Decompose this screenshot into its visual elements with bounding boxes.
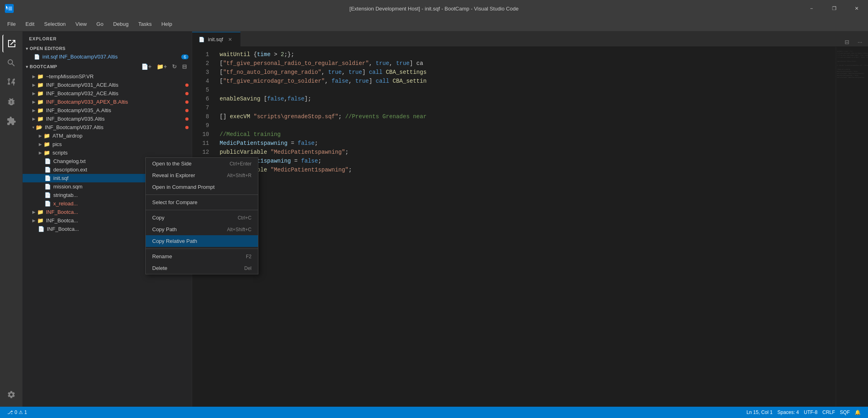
close-button[interactable]: ✕ bbox=[845, 0, 868, 17]
extensions-activity-icon[interactable] bbox=[2, 112, 20, 130]
tree-item-label: x_reload... bbox=[53, 201, 78, 207]
refresh-btn[interactable]: ↻ bbox=[170, 63, 179, 71]
folder-arrow: ▶ bbox=[32, 74, 36, 79]
tree-item-v033[interactable]: ▶ 📁 INF_BootcampV033_APEX_B.Altis bbox=[23, 98, 192, 106]
tree-item-label: INF_Bootca... bbox=[46, 209, 78, 215]
context-menu: Open to the Side Ctrl+Enter Reveal in Ex… bbox=[145, 157, 258, 274]
bootcamp-header[interactable]: ▾ BOOTCAMP 📄+ 📁+ ↻ ⊟ bbox=[23, 61, 192, 72]
tree-item-atm[interactable]: ▶ 📁 ATM_airdrop bbox=[23, 132, 192, 140]
status-spaces[interactable]: Spaces: 4 bbox=[775, 410, 801, 415]
tab-close-button[interactable]: ✕ bbox=[226, 36, 234, 43]
folder-icon: 📁 bbox=[37, 82, 44, 88]
modified-badge bbox=[185, 126, 189, 129]
settings-activity-icon[interactable] bbox=[2, 386, 20, 403]
ctx-label: Reveal in Explorer bbox=[152, 172, 195, 178]
file-icon: 📄 bbox=[44, 192, 51, 198]
ctx-separator-3 bbox=[146, 249, 258, 249]
status-language[interactable]: SQF bbox=[837, 410, 852, 415]
status-encoding[interactable]: UTF-8 bbox=[801, 410, 820, 415]
menu-selection[interactable]: Selection bbox=[40, 19, 69, 29]
ctx-separator-1 bbox=[146, 194, 258, 195]
folder-icon: 📁 bbox=[37, 107, 44, 113]
status-branch[interactable]: ⎇ 0 ⚠ 1 bbox=[5, 407, 29, 418]
open-editor-filename: init.sqf INF_BootcampV037.Altis bbox=[42, 54, 117, 60]
ctx-delete[interactable]: Delete Del bbox=[146, 262, 258, 274]
tree-item-label: Changelog.txt bbox=[53, 158, 86, 164]
split-editor-btn[interactable]: ⊟ bbox=[842, 38, 852, 46]
ctx-rename[interactable]: Rename F2 bbox=[146, 251, 258, 262]
file-icon: 📄 bbox=[44, 201, 51, 207]
new-file-btn[interactable]: 📄+ bbox=[140, 63, 153, 71]
file-icon: 📄 bbox=[44, 167, 51, 173]
menu-file[interactable]: File bbox=[3, 19, 20, 29]
tree-item-scripts[interactable]: ▶ 📁 scripts bbox=[23, 148, 192, 157]
tree-item-pics[interactable]: ▶ 📁 pics bbox=[23, 140, 192, 148]
minimap: waitUntil {time > 2;}; ["tf_give_persona… bbox=[836, 47, 868, 407]
file-icon: 📄 bbox=[38, 226, 44, 232]
ctx-reveal[interactable]: Reveal in Explorer Alt+Shift+R bbox=[146, 169, 258, 181]
tree-item-v035a[interactable]: ▶ 📁 INF_BootcampV035_A.Altis bbox=[23, 106, 192, 115]
tabs-bar: 📄 init.sqf ✕ ⊟ ··· bbox=[192, 31, 868, 47]
app-logo bbox=[5, 4, 14, 13]
more-actions-btn[interactable]: ··· bbox=[855, 38, 865, 46]
open-editors-header[interactable]: ▾ Open Editors bbox=[23, 44, 192, 52]
tab-init-sqf[interactable]: 📄 init.sqf ✕ bbox=[192, 32, 241, 46]
folder-arrow: ▶ bbox=[32, 100, 36, 104]
new-folder-btn[interactable]: 📁+ bbox=[155, 63, 169, 71]
modified-badge bbox=[185, 100, 189, 104]
status-eol[interactable]: CRLF bbox=[820, 410, 837, 415]
menu-tasks[interactable]: Tasks bbox=[134, 19, 155, 29]
tree-item-v037[interactable]: ▾ 📂 INF_BootcampV037.Altis bbox=[23, 123, 192, 132]
ctx-copy-path[interactable]: Copy Path Alt+Shift+C bbox=[146, 224, 258, 235]
ctx-shortcut: Alt+Shift+C bbox=[227, 227, 252, 232]
folder-icon: 📂 bbox=[36, 124, 42, 130]
tree-item-label: stringtab... bbox=[53, 192, 78, 198]
tree-item-label: INF_BootcampV035_A.Altis bbox=[46, 107, 111, 113]
bell-icon: 🔔 bbox=[855, 410, 861, 415]
folder-icon: 📁 bbox=[37, 73, 44, 79]
ctx-label: Copy bbox=[152, 215, 164, 221]
maximize-button[interactable]: ❐ bbox=[823, 0, 845, 17]
minimize-button[interactable]: − bbox=[800, 0, 823, 17]
status-cursor[interactable]: Ln 15, Col 1 bbox=[744, 410, 775, 415]
menu-debug[interactable]: Debug bbox=[109, 19, 132, 29]
status-notifications[interactable]: 🔔 bbox=[852, 410, 863, 415]
ctx-open-side[interactable]: Open to the Side Ctrl+Enter bbox=[146, 158, 258, 169]
open-editor-badge: 6 bbox=[181, 54, 189, 59]
search-activity-icon[interactable] bbox=[2, 54, 20, 72]
title-text: [Extension Development Host] - init.sqf … bbox=[350, 6, 519, 12]
status-errors: 0 ⚠ 1 bbox=[15, 410, 27, 415]
ctx-label: Open to the Side bbox=[152, 161, 192, 167]
tree-item-label: INF_BootcampV033_APEX_B.Altis bbox=[46, 99, 128, 105]
ctx-select-compare[interactable]: Select for Compare bbox=[146, 196, 258, 208]
source-control-activity-icon[interactable] bbox=[2, 73, 20, 91]
folder-icon: 📁 bbox=[44, 141, 50, 147]
ctx-open-cmd[interactable]: Open in Command Prompt bbox=[146, 181, 258, 193]
code-content[interactable]: waitUntil {time > 2;}; ["tf_give_persona… bbox=[213, 47, 836, 407]
ctx-copy-relative[interactable]: Copy Relative Path bbox=[146, 235, 258, 247]
collapse-btn[interactable]: ⊟ bbox=[180, 63, 189, 71]
tree-item-v032[interactable]: ▶ 📁 INF_BootcampV032_ACE.Altis bbox=[23, 89, 192, 98]
ctx-copy[interactable]: Copy Ctrl+C bbox=[146, 212, 258, 224]
menu-help[interactable]: Help bbox=[157, 19, 176, 29]
menu-edit[interactable]: Edit bbox=[21, 19, 38, 29]
explorer-activity-icon[interactable] bbox=[2, 35, 20, 52]
tree-item-v031[interactable]: ▶ 📁 INF_BootcampV031_ACE.Altis bbox=[23, 81, 192, 89]
menu-bar: File Edit Selection View Go Debug Tasks … bbox=[0, 17, 868, 31]
tree-item-label: scripts bbox=[52, 150, 68, 156]
file-icon: 📄 bbox=[44, 184, 51, 190]
folder-icon: 📁 bbox=[37, 209, 44, 215]
ctx-label: Select for Compare bbox=[152, 199, 197, 205]
tree-item-tempmission[interactable]: ▶ 📁 ~tempMissionSP.VR bbox=[23, 72, 192, 81]
tree-item-v035[interactable]: ▶ 📁 INF_BootcampV035.Altis bbox=[23, 115, 192, 123]
folder-arrow: ▶ bbox=[32, 108, 36, 113]
debug-activity-icon[interactable] bbox=[2, 93, 20, 111]
bootcamp-label: BOOTCAMP bbox=[30, 64, 57, 69]
folder-arrow: ▶ bbox=[32, 210, 36, 214]
tree-item-label: description.ext bbox=[53, 167, 87, 173]
spaces-label: Spaces: 4 bbox=[778, 410, 799, 415]
menu-go[interactable]: Go bbox=[92, 19, 107, 29]
open-editor-item[interactable]: 📄 init.sqf INF_BootcampV037.Altis 6 bbox=[23, 52, 192, 61]
menu-view[interactable]: View bbox=[71, 19, 91, 29]
ctx-label: Copy Relative Path bbox=[152, 238, 197, 244]
